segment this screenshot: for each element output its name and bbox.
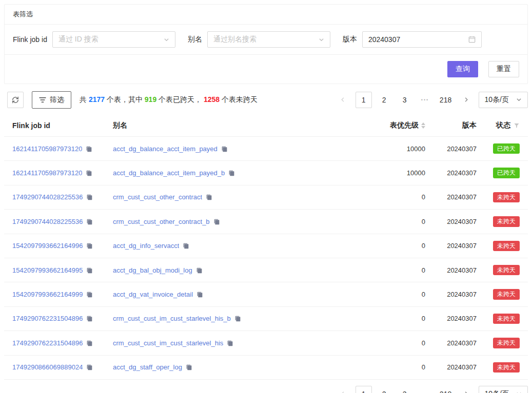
- copy-icon[interactable]: [86, 364, 93, 370]
- pagination-next-button[interactable]: [458, 386, 475, 393]
- pagination-page-218[interactable]: 218: [438, 92, 454, 108]
- flink-job-id-link[interactable]: 1749290866069889024: [12, 363, 83, 371]
- page-size-value: 10条/页: [485, 95, 509, 105]
- chevron-down-icon: [516, 96, 522, 104]
- pagination-page-1[interactable]: 1: [356, 92, 372, 108]
- summary-total: 2177: [89, 95, 105, 104]
- copy-icon[interactable]: [227, 340, 233, 346]
- summary-prefix: 共: [80, 95, 89, 104]
- alias-placeholder: 通过别名搜索: [213, 35, 257, 44]
- chevron-down-icon: [164, 37, 169, 43]
- copy-icon[interactable]: [206, 194, 212, 200]
- pagination-page-3[interactable]: 3: [397, 386, 413, 393]
- pagination-page-2[interactable]: 2: [376, 92, 392, 108]
- sort-icon[interactable]: [421, 122, 425, 129]
- column-header-status[interactable]: 状态: [477, 121, 520, 130]
- page-size-select[interactable]: 10条/页: [479, 92, 528, 108]
- copy-icon[interactable]: [86, 315, 93, 322]
- pagination-ellipsis[interactable]: •••: [417, 92, 434, 108]
- copy-icon[interactable]: [86, 170, 92, 176]
- table: Flink job id 别名 表优先级 版本 状态 1621411705987…: [4, 115, 528, 380]
- alias-link[interactable]: acct_dg_vat_invoice_detail: [113, 291, 193, 298]
- copy-icon[interactable]: [234, 315, 241, 322]
- column-header-version: 版本: [425, 121, 477, 130]
- summary-mid2: 个表已跨天，: [156, 95, 204, 104]
- copy-icon[interactable]: [221, 146, 228, 152]
- version-cell: 20240307: [425, 169, 477, 177]
- copy-icon[interactable]: [183, 242, 189, 249]
- alias-link[interactable]: acct_dg_balance_acct_item_payed_b: [113, 169, 225, 177]
- alias-cell: crm_cust_cust_other_contract_b: [113, 218, 348, 225]
- priority-cell: 0: [348, 266, 425, 274]
- pagination-ellipsis[interactable]: •••: [417, 386, 434, 393]
- flink-job-id-cell: 1749290744028225536: [12, 218, 113, 225]
- flink-job-id-link[interactable]: 1542097993662164995: [12, 266, 83, 274]
- query-button[interactable]: 查询: [447, 61, 478, 77]
- alias-cell: crm_cust_cust_im_cust_starlevel_his_b: [113, 315, 348, 322]
- alias-link[interactable]: crm_cust_cust_im_cust_starlevel_his_b: [113, 315, 231, 322]
- status-badge: 未跨天: [493, 241, 520, 251]
- pagination-page-2[interactable]: 2: [376, 386, 392, 393]
- flink-job-id-link[interactable]: 1749290762231504896: [12, 315, 83, 322]
- status-badge: 未跨天: [493, 362, 520, 373]
- pagination-page-1[interactable]: 1: [356, 386, 372, 393]
- flink-job-id-link[interactable]: 1749290744028225536: [12, 218, 83, 225]
- copy-icon[interactable]: [86, 340, 93, 346]
- filter-card: 表筛选 Flink job id 通过 ID 搜索 别名 通过别名搜索: [4, 4, 528, 84]
- flink-job-id-select[interactable]: 通过 ID 搜索: [52, 31, 175, 48]
- column-header-priority[interactable]: 表优先级: [348, 121, 425, 130]
- priority-cell: 0: [348, 291, 425, 298]
- reset-button[interactable]: 重置: [488, 61, 519, 77]
- flink-job-id-link[interactable]: 1621411705987973120: [12, 169, 82, 177]
- copy-icon[interactable]: [86, 291, 93, 298]
- table-row: 1542097993662164996 acct_dg_info_servacc…: [4, 234, 528, 258]
- pagination-next-button[interactable]: [458, 92, 475, 108]
- alias-select[interactable]: 通过别名搜索: [207, 31, 330, 48]
- status-badge: 未跨天: [493, 192, 520, 202]
- refresh-button[interactable]: [7, 92, 24, 108]
- priority-cell: 0: [348, 339, 425, 347]
- version-date-input[interactable]: 20240307: [362, 31, 482, 48]
- copy-icon[interactable]: [86, 146, 92, 152]
- copy-icon[interactable]: [213, 218, 220, 225]
- flink-job-id-link[interactable]: 1749290762231504896: [12, 339, 83, 347]
- flink-job-id-link[interactable]: 1749290744028225536: [12, 193, 83, 201]
- copy-icon[interactable]: [86, 218, 93, 225]
- copy-icon[interactable]: [228, 170, 235, 176]
- version-cell: 20240307: [425, 218, 477, 225]
- chevron-right-icon: [463, 96, 469, 104]
- copy-icon[interactable]: [86, 242, 93, 249]
- alias-link[interactable]: crm_cust_cust_other_contract_b: [113, 218, 210, 225]
- pagination-page-3[interactable]: 3: [397, 92, 413, 108]
- summary-suffix: 个表未跨天: [220, 95, 258, 104]
- status-cell: 未跨天: [477, 265, 520, 275]
- flink-job-id-link[interactable]: 1542097993662164996: [12, 242, 83, 250]
- flink-job-id-cell: 1749290762231504896: [12, 339, 113, 347]
- column-header-alias: 别名: [113, 121, 348, 130]
- alias-link[interactable]: acct_dg_info_servacct: [113, 242, 179, 250]
- flink-job-id-link[interactable]: 1542097993662164999: [12, 291, 83, 298]
- status-cell: 未跨天: [477, 192, 520, 202]
- status-cell: 已跨天: [477, 168, 520, 178]
- filter-toggle-button[interactable]: 筛选: [32, 91, 71, 109]
- flink-job-id-cell: 1749290866069889024: [12, 363, 113, 371]
- alias-link[interactable]: acct_dg_balance_acct_item_payed: [113, 145, 218, 153]
- alias-link[interactable]: crm_cust_cust_im_cust_starlevel_his: [113, 339, 223, 347]
- copy-icon[interactable]: [196, 267, 203, 274]
- pagination-prev-button[interactable]: [335, 386, 351, 393]
- copy-icon[interactable]: [196, 291, 203, 298]
- priority-cell: 0: [348, 218, 425, 225]
- copy-icon[interactable]: [186, 364, 192, 370]
- pagination-prev-button[interactable]: [335, 92, 351, 108]
- copy-icon[interactable]: [86, 194, 93, 200]
- alias-link[interactable]: acct_dg_bal_obj_modi_log: [113, 266, 192, 274]
- alias-link[interactable]: acct_dg_staff_oper_log: [113, 363, 182, 371]
- alias-link[interactable]: crm_cust_cust_other_contract: [113, 193, 202, 201]
- alias-cell: acct_dg_staff_oper_log: [113, 363, 348, 371]
- page-size-select[interactable]: 10条/页: [479, 386, 528, 393]
- flink-job-id-cell: 1542097993662164996: [12, 242, 113, 250]
- pagination-page-218[interactable]: 218: [438, 386, 454, 393]
- flink-job-id-link[interactable]: 1621411705987973120: [12, 145, 82, 153]
- copy-icon[interactable]: [86, 267, 93, 274]
- filter-funnel-icon[interactable]: [514, 122, 520, 129]
